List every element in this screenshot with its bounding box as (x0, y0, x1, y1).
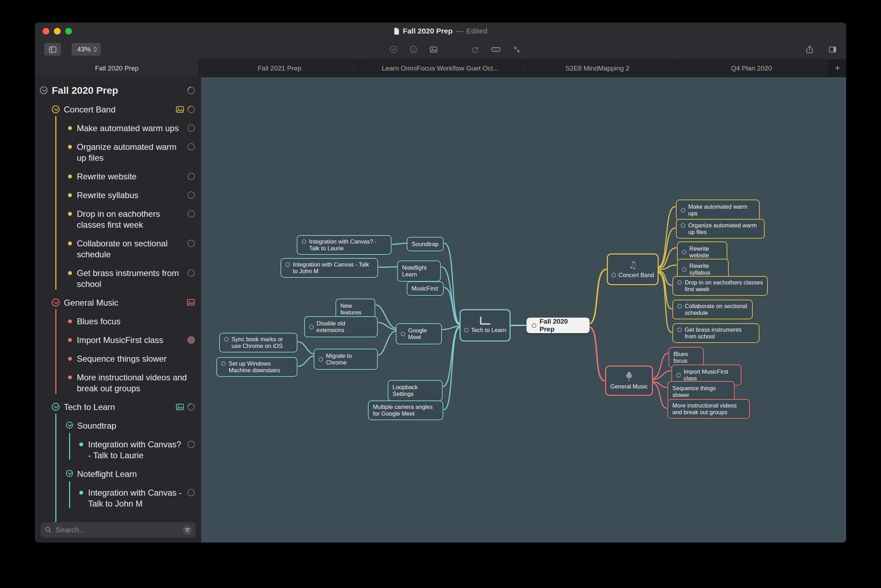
tab-fall-2021-prep[interactable]: Fall 2021 Prep (199, 59, 360, 77)
map-node-integration-canvas-laurie[interactable]: Integration with Canvas? - Talk to Lauri… (297, 235, 391, 255)
map-node-musicfirst[interactable]: MusicFirst (407, 281, 443, 296)
sidebar-item-label: Organize automated warm up files (77, 141, 184, 163)
node-label: General Music (610, 383, 648, 390)
sidebar-item-blues-focus[interactable]: Blues focus (35, 312, 201, 331)
zoom-control[interactable]: 43% (72, 43, 101, 56)
sidebar-item-make-automated-warm-ups[interactable]: Make automated warm ups (35, 119, 201, 138)
map-node-noteflight-learn[interactable]: Noteflight Learn (397, 261, 441, 282)
new-tab-button[interactable]: + (829, 59, 846, 77)
image-insert-button[interactable] (429, 45, 438, 54)
sidebar-item-label: Integration with Canvas? - Talk to Lauri… (88, 439, 184, 461)
tab-fall-2020-prep[interactable]: Fall 2020 Prep (35, 59, 199, 77)
disclosure-circle-icon[interactable] (66, 470, 73, 477)
task-circle-icon (532, 323, 536, 328)
noteflight-children-group: Integration with Canvas - Talk to John M (35, 483, 201, 513)
row-accessories (172, 402, 195, 411)
bullet-icon (68, 212, 72, 216)
task-ring-icon (187, 173, 195, 180)
search-input[interactable] (55, 525, 179, 534)
sidebar-item-label: More instructional videos and break out … (77, 372, 195, 394)
map-node-root[interactable]: Fall 2020 Prep (526, 318, 590, 333)
node-label: Make automated warm ups (688, 203, 755, 217)
task-circle-icon (682, 267, 686, 272)
sidebar-toggle-button[interactable] (44, 43, 61, 56)
task-circle-icon (677, 304, 682, 309)
task-ring-icon (187, 143, 195, 150)
disclosure-circle-icon[interactable] (40, 86, 48, 94)
sidebar-item-organize-warm-up-files[interactable]: Organize automated warm up files (35, 138, 201, 167)
titlebar[interactable]: Fall 2020 Prep — Edited (35, 22, 846, 39)
sidebar-item-get-brass-instruments[interactable]: Get brass instruments from school (35, 264, 201, 293)
map-node-disable-old-extensions[interactable]: Disable old extensions (304, 316, 378, 338)
disclosure-circle-icon[interactable] (52, 403, 60, 411)
map-node-make-automated-warm-ups[interactable]: Make automated warm ups (676, 200, 760, 220)
more-options-button[interactable] (490, 45, 501, 54)
outline-root-row[interactable]: Fall 2020 Prep (35, 80, 201, 100)
map-node-drop-in-classes[interactable]: Drop in on eachothers classes first week (673, 276, 768, 296)
map-node-get-brass-instruments[interactable]: Get brass instruments from school (673, 323, 760, 343)
sidebar-item-label: Make automated warm ups (77, 123, 179, 134)
sidebar-item-import-musicfirst[interactable]: Import MusicFirst class (35, 331, 201, 350)
mindmap-canvas[interactable]: Tech to Learn ♫ Concert Band General Mus… (201, 77, 846, 543)
task-circle-icon (319, 357, 323, 362)
share-button[interactable] (805, 45, 814, 54)
map-node-sync-bookmarks[interactable]: Sync book marks or use Chrome on iOS (219, 333, 297, 352)
search-filter-button[interactable] (183, 525, 192, 535)
task-checkmark-button[interactable] (389, 45, 398, 54)
map-node-collaborate-sectional[interactable]: Collaborate on sectional schedule (673, 300, 753, 320)
tab-learn-omnifocus[interactable]: Learn OmniFocus Workflow Guet Oct... (360, 59, 520, 77)
bullet-icon (68, 320, 72, 323)
sidebar-item-tech-to-learn[interactable]: Tech to Learn (35, 398, 201, 416)
tab-q4-plan-2020[interactable]: Q4 Plan 2020 (674, 59, 829, 77)
sidebar-item-collaborate-sectional[interactable]: Collaborate on sectional schedule (35, 234, 201, 264)
sidebar-item-drop-in-classes[interactable]: Drop in on eachothers classes first week (35, 204, 201, 234)
node-label: Get brass instruments from school (685, 326, 755, 340)
sidebar-item-concert-band[interactable]: Concert Band (35, 100, 201, 119)
map-node-loopback-settings[interactable]: Loopback Settings (388, 380, 443, 401)
task-ring-icon (187, 124, 195, 132)
map-node-concert-band[interactable]: ♫ Concert Band (607, 254, 659, 285)
row-accessories (184, 141, 195, 150)
sidebar-item-more-instructional-videos[interactable]: More instructional videos and break out … (35, 368, 201, 398)
sidebar-item-integration-canvas-laurie[interactable]: Integration with Canvas? - Talk to Lauri… (35, 435, 201, 465)
zoom-stepper-icon[interactable] (93, 46, 97, 53)
task-ring-icon (187, 336, 195, 344)
map-node-tech-to-learn[interactable]: Tech to Learn (460, 309, 511, 342)
task-ring-icon (187, 269, 195, 277)
task-circle-icon (224, 337, 229, 342)
sidebar-item-integration-canvas-john[interactable]: Integration with Canvas - Talk to John M (35, 483, 201, 513)
sidebar-item-sequence-slower[interactable]: Sequence things slower (35, 350, 201, 368)
map-node-multiple-camera-angles[interactable]: Multiple camera angles for Google Meet (368, 400, 443, 420)
collapse-view-button[interactable] (512, 45, 521, 54)
map-node-setup-windows-machine[interactable]: Set up Windows Machine downstairs (216, 357, 297, 377)
redo-button[interactable] (470, 45, 479, 54)
emoji-sticker-button[interactable] (409, 45, 418, 54)
sidebar-item-soundtrap[interactable]: Soundtrap (35, 416, 201, 435)
map-node-integration-canvas-john[interactable]: Integration with Canvas - Talk to John M (280, 258, 378, 278)
microphone-icon (625, 372, 633, 381)
row-accessories (184, 487, 195, 496)
task-circle-icon (677, 280, 682, 285)
disclosure-circle-icon[interactable] (66, 422, 73, 429)
tab-s2e8-mindmapping[interactable]: S2E8 MindMapping 2 (520, 59, 674, 77)
map-node-more-instructional-videos[interactable]: More instructional videos and break out … (667, 399, 750, 419)
laptop-icon (480, 317, 490, 325)
map-node-soundtrap[interactable]: Soundtrap (407, 237, 443, 251)
node-label: Concert Band (619, 272, 654, 279)
sidebar-item-general-music[interactable]: General Music (35, 293, 201, 312)
map-node-migrate-to-chrome[interactable]: Migrate to Chrome (314, 349, 378, 370)
sidebar-item-label: Rewrite syllabus (77, 190, 138, 201)
search-bar[interactable] (40, 522, 196, 538)
sidebar-item-rewrite-website[interactable]: Rewrite website (35, 167, 201, 186)
node-label: Tech to Learn (471, 327, 506, 333)
sidebar-item-noteflight-learn[interactable]: Noteflight Learn (35, 465, 201, 483)
disclosure-circle-icon[interactable] (52, 105, 60, 113)
inspector-panel-button[interactable] (828, 45, 837, 54)
map-node-general-music[interactable]: General Music (605, 366, 653, 396)
sidebar-item-label: Integration with Canvas - Talk to John M (88, 487, 184, 509)
toolbar-right-icons (805, 45, 837, 54)
disclosure-circle-icon[interactable] (52, 298, 60, 306)
map-node-organize-warm-up-files[interactable]: Organize automated warm up files (676, 219, 765, 238)
map-node-google-meet[interactable]: Google Meet (396, 323, 442, 344)
sidebar-item-rewrite-syllabus[interactable]: Rewrite syllabus (35, 186, 201, 204)
